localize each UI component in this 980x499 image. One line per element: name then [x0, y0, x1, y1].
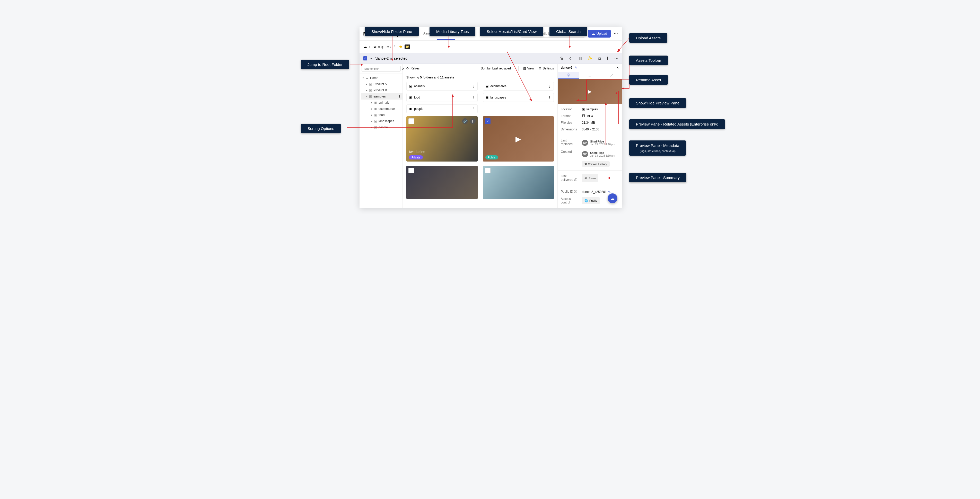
breadcrumb-folder[interactable]: samples	[372, 44, 391, 50]
callout-summary: Preview Pane - Summary	[629, 173, 686, 182]
meta-key: Created	[561, 150, 579, 154]
copy-icon[interactable]: ⧉	[598, 56, 601, 61]
root-cloud-icon[interactable]: ☁	[363, 44, 367, 49]
show-button[interactable]: 👁Show	[582, 174, 598, 182]
user-name: Shari Price	[590, 151, 615, 154]
folder-sidebar: ✕ ▾☁Home ▸▣Product A ▸▣Product B ▾▣sampl…	[360, 64, 403, 208]
meta-key: File size	[561, 121, 579, 124]
callout-related: Preview Pane - Related Assets (Enterpris…	[629, 119, 725, 129]
toolbar-more-icon[interactable]: ⋯	[614, 56, 619, 61]
tree-home[interactable]: ▾☁Home	[361, 75, 402, 81]
star-icon[interactable]: ★	[399, 44, 402, 49]
selection-dropdown-icon[interactable]: ▾	[370, 57, 372, 60]
preview-thumbnail[interactable]: ▶	[558, 79, 622, 104]
breadcrumb-more-icon[interactable]: ⋮	[393, 44, 397, 49]
download-icon[interactable]: ⬇	[606, 56, 609, 61]
edit-id-icon[interactable]: ✎	[608, 190, 611, 194]
meta-value[interactable]: samples	[586, 108, 598, 111]
history-icon: ⟲	[584, 162, 587, 166]
user-info: SP Shari PriceJan 13, 2025 1:10 pm	[582, 139, 615, 147]
upload-label: Upload	[597, 32, 607, 35]
sort-dropdown[interactable]: Sort by: Last replaced↓	[481, 67, 514, 70]
eye-icon: 👁	[584, 177, 587, 180]
view-mode-button[interactable]: ▦View	[523, 67, 534, 70]
tree-item[interactable]: ▸▣Product B	[361, 87, 402, 93]
magic-icon[interactable]: ✨	[587, 56, 593, 61]
folder-filter-input[interactable]	[361, 66, 401, 72]
asset-card[interactable]: 🔗 ⋮ two-ladies Private	[406, 116, 478, 162]
info-icon[interactable]: ⓘ	[574, 178, 577, 181]
user-name: Shari Price	[590, 140, 615, 143]
folder-more-icon[interactable]: ⋮	[472, 107, 475, 111]
upload-button[interactable]: ☁ Upload	[588, 30, 611, 38]
tree-item[interactable]: ▸▣animals	[361, 100, 402, 106]
preview-tab-summary[interactable]: ⓘ	[558, 72, 579, 79]
main-panel: ⟳Refresh Sort by: Last replaced↓ ▦View ⚙…	[403, 64, 558, 208]
folder-card[interactable]: ▣ecommerce⋮	[483, 82, 554, 91]
timestamp: Jan 13, 2025 1:10 pm	[590, 143, 615, 146]
folder-more-icon[interactable]: ⋮	[548, 84, 551, 88]
video-icon: 🎞	[582, 114, 585, 118]
folder-icon: ▣	[409, 107, 412, 111]
tree-more-icon[interactable]: ⋮	[398, 95, 401, 98]
avatar: SP	[582, 151, 588, 157]
asset-checkbox-checked[interactable]: ✓	[485, 118, 490, 124]
assets-toolbar: 🗑 🏷 ▥ ✨ ⧉ ⬇ ⋯	[560, 56, 619, 61]
play-icon[interactable]: ▶	[515, 135, 521, 143]
callout-rename: Rename Asset	[629, 75, 668, 84]
asset-card-selected[interactable]: ✓ ▶ Public	[483, 116, 554, 162]
folder-more-icon[interactable]: ⋮	[548, 96, 551, 99]
folder-icon: ▣	[409, 84, 412, 88]
link-icon[interactable]: 🔗	[462, 118, 468, 124]
meta-key: Dimensions	[561, 127, 579, 131]
rename-pencil-icon[interactable]: ✎	[574, 66, 577, 70]
tree-item[interactable]: ▸▣landscapes	[361, 118, 402, 124]
asset-card[interactable]	[483, 166, 554, 199]
fab-cloud-button[interactable]: ☁	[608, 194, 617, 203]
preview-tab-related[interactable]: ⋰	[601, 72, 622, 79]
header-more-icon[interactable]: ⋯	[614, 31, 619, 36]
arrow-down-icon: ↓	[512, 67, 514, 70]
callout-ml-tabs: Media Library Tabs	[430, 27, 475, 36]
asset-checkbox[interactable]	[409, 118, 414, 124]
asset-more-icon[interactable]: ⋮	[470, 118, 476, 124]
folder-card[interactable]: ▣food⋮	[406, 93, 478, 102]
tree-item-active[interactable]: ▾▣samples⋮	[361, 93, 402, 100]
select-all-checkbox[interactable]: ✓	[363, 56, 367, 60]
settings-button[interactable]: ⚙Settings	[539, 67, 554, 70]
tag-icon[interactable]: 🏷	[569, 56, 573, 61]
tree-item[interactable]: ▸▣Product A	[361, 81, 402, 87]
folder-more-icon[interactable]: ⋮	[472, 96, 475, 99]
preview-tab-metadata[interactable]: ☰	[579, 72, 600, 79]
meta-key: Location	[561, 108, 579, 111]
callout-view-modes: Select Mosaic/List/Card View	[480, 27, 543, 36]
cloud-icon: ☁	[611, 196, 614, 201]
callout-toolbar: Assets Toolbar	[629, 56, 668, 65]
folder-more-icon[interactable]: ⋮	[472, 84, 475, 88]
play-icon[interactable]: ▶	[588, 89, 592, 94]
new-folder-icon[interactable]: 📁	[404, 44, 410, 49]
version-history-button[interactable]: ⟲Version History	[582, 161, 610, 167]
asset-card[interactable]	[406, 166, 478, 199]
tree-item[interactable]: ▸▣people	[361, 124, 402, 130]
callout-upload: Upload Assets	[629, 33, 667, 43]
refresh-button[interactable]: ⟳Refresh	[406, 67, 421, 70]
folder-icon: ▣	[374, 107, 377, 111]
asset-checkbox[interactable]	[409, 168, 414, 173]
columns-icon[interactable]: ▥	[579, 56, 582, 61]
callout-jump-root: Jump to Root Folder	[301, 60, 349, 69]
access-chip[interactable]: 🌐Public	[582, 197, 600, 204]
trash-icon[interactable]: 🗑	[560, 56, 564, 61]
folder-icon: ▣	[374, 119, 377, 123]
tree-item[interactable]: ▸▣ecommerce	[361, 106, 402, 112]
meta-key: Format	[561, 114, 579, 118]
asset-checkbox[interactable]	[485, 168, 490, 173]
folder-card[interactable]: ▣animals⋮	[406, 82, 478, 91]
tree-item[interactable]: ▸▣food	[361, 112, 402, 118]
info-icon[interactable]: ⓘ	[574, 190, 577, 194]
folder-icon: ▣	[374, 101, 377, 105]
folder-icon: ▣	[369, 82, 372, 86]
folder-card[interactable]: ▣landscapes⋮	[483, 93, 554, 102]
folder-card[interactable]: ▣people⋮	[406, 105, 478, 113]
close-preview-icon[interactable]: ✕	[616, 66, 619, 70]
